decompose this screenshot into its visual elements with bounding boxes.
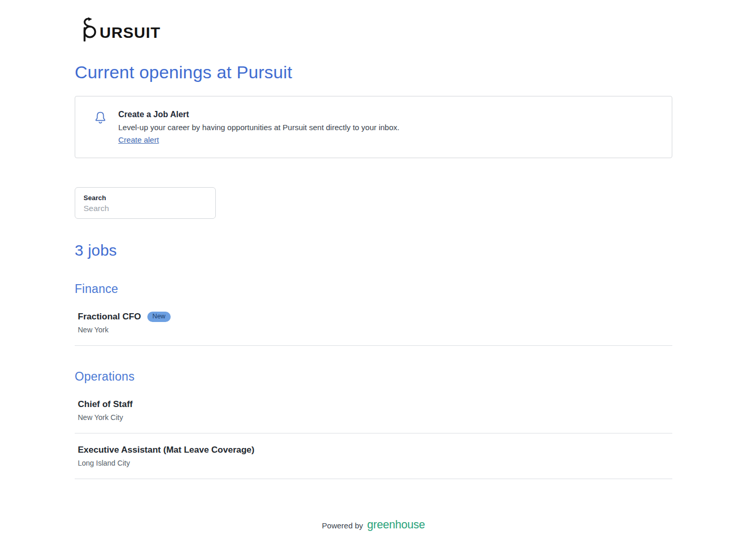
- bell-icon: [94, 110, 107, 144]
- page-title: Current openings at Pursuit: [75, 62, 672, 82]
- section-title: Operations: [75, 370, 672, 384]
- page-container: URSUIT Current openings at Pursuit Creat…: [75, 0, 672, 531]
- job-title-row: Executive Assistant (Mat Leave Coverage): [78, 445, 672, 455]
- job-alert-content: Create a Job Alert Level-up your career …: [118, 110, 399, 144]
- greenhouse-logo[interactable]: greenhouse: [367, 519, 425, 531]
- job-title-row: Fractional CFO New: [78, 312, 672, 322]
- section-title: Finance: [75, 282, 672, 296]
- jobs-count: 3 jobs: [75, 242, 672, 259]
- section-jobs: Chief of Staff New York City Executive A…: [75, 399, 672, 479]
- powered-by-label: Powered by: [322, 521, 363, 530]
- job-title[interactable]: Chief of Staff: [78, 399, 133, 410]
- search-box[interactable]: Search: [75, 187, 216, 219]
- pursuit-logo: URSUIT: [81, 20, 672, 41]
- job-list-item[interactable]: Chief of Staff New York City: [75, 399, 672, 433]
- pursuit-wordmark: URSUIT: [100, 25, 161, 41]
- job-location: New York: [78, 326, 672, 334]
- job-title[interactable]: Fractional CFO: [78, 312, 141, 322]
- job-location: New York City: [78, 413, 672, 422]
- job-alert-box: Create a Job Alert Level-up your career …: [75, 96, 672, 158]
- job-location: Long Island City: [78, 459, 672, 467]
- job-alert-description: Level-up your career by having opportuni…: [118, 123, 399, 132]
- job-alert-title: Create a Job Alert: [118, 110, 399, 119]
- pursuit-logo-p-arrow-icon: [81, 17, 99, 41]
- job-list-item[interactable]: Fractional CFO New New York: [75, 312, 672, 346]
- job-section: Finance Fractional CFO New New York: [75, 282, 672, 346]
- footer: Powered by greenhouse: [75, 519, 672, 531]
- search-input[interactable]: [84, 204, 207, 213]
- job-section: Operations Chief of Staff New York City …: [75, 370, 672, 479]
- job-title-row: Chief of Staff: [78, 399, 672, 410]
- search-label: Search: [84, 194, 207, 202]
- create-alert-link[interactable]: Create alert: [118, 135, 159, 144]
- job-new-badge: New: [147, 312, 171, 322]
- job-list-item[interactable]: Executive Assistant (Mat Leave Coverage)…: [75, 445, 672, 479]
- section-jobs: Fractional CFO New New York: [75, 312, 672, 346]
- job-sections: Finance Fractional CFO New New York Oper…: [75, 282, 672, 479]
- job-title[interactable]: Executive Assistant (Mat Leave Coverage): [78, 445, 254, 455]
